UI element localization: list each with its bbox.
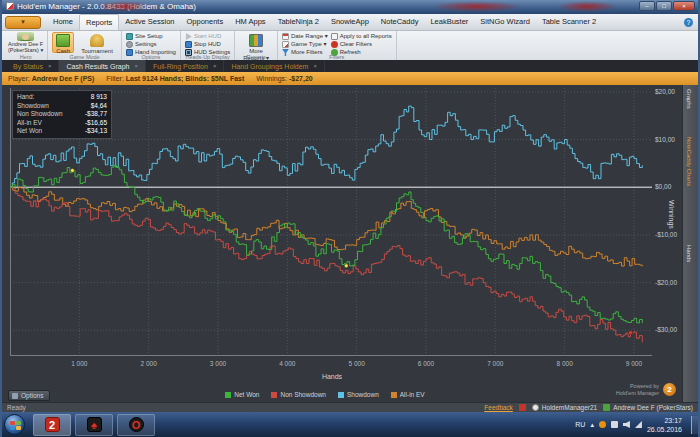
tray-app-icon[interactable]	[599, 421, 606, 428]
stat-row-hand: Hand:8 913	[17, 93, 107, 102]
date-range-button[interactable]: Date Range ▾	[282, 33, 328, 40]
close-button[interactable]: ×	[673, 1, 695, 11]
opera-icon: O	[129, 417, 144, 432]
application-window: Hold'em Manager - 2.0.0.8433 (Holdem & O…	[0, 0, 700, 437]
ribbon-tab-home[interactable]: Home	[47, 14, 79, 30]
ribbon-tab-table-scanner-2[interactable]: Table Scanner 2	[536, 14, 602, 30]
taskbar-app-hm2-icon[interactable]: 2	[33, 414, 71, 436]
y-tick-label: $20,00	[655, 88, 675, 95]
x-tick-label: 4 000	[279, 360, 295, 367]
ribbon-tab-active-session[interactable]: Active Session	[119, 14, 180, 30]
volume-icon[interactable]	[623, 421, 630, 428]
y-axis-title: Winnings	[668, 200, 675, 229]
calendar-icon	[282, 33, 289, 40]
y-tick-label: $10,00	[655, 136, 675, 143]
poker-chip-icon	[532, 404, 539, 411]
tab-close-icon[interactable]: ×	[135, 63, 139, 69]
x-tick-label: 5 000	[349, 360, 365, 367]
hero-avatar[interactable]	[17, 32, 34, 41]
legend-swatch	[225, 392, 231, 398]
stop-hud-button[interactable]: Stop HUD	[185, 41, 230, 48]
site-setup-icon	[126, 33, 133, 40]
player-value: Andrew Dee F (PS)	[32, 75, 95, 82]
ribbon-group-filters: Date Range ▾Game Type ▾More Filters Appl…	[278, 31, 397, 60]
x-tick-label: 3 000	[210, 360, 226, 367]
data-marker	[629, 331, 633, 335]
ribbon-tab-leakbuster[interactable]: LeakBuster	[424, 14, 474, 30]
tab-label: Hand Groupings Holdem	[231, 63, 308, 70]
ribbon-group-reports: More Reports ▾ Reports	[235, 31, 278, 60]
play-icon	[185, 33, 192, 40]
show-desktop-button[interactable]	[691, 416, 698, 434]
legend-item-showdown: Showdown	[338, 391, 379, 398]
chart-icon	[249, 34, 263, 47]
aero-glass-blob	[97, 1, 152, 12]
taskbar-clock[interactable]: 23:1726.05.2016	[647, 416, 682, 434]
y-tick-label: -$10,00	[655, 231, 677, 238]
more-reports-button[interactable]: More Reports ▾	[239, 32, 273, 53]
options-button[interactable]: Options	[8, 390, 50, 401]
tray-window-icon[interactable]	[611, 421, 618, 428]
report-tab-bar: By Status×Cash Results Graph×Full-Ring P…	[2, 60, 698, 72]
report-tab-hand-groupings-holdem[interactable]: Hand Groupings Holdem×	[224, 60, 325, 72]
ribbon-tab-notecaddy[interactable]: NoteCaddy	[375, 14, 425, 30]
legend-item-all-in-ev: All-in EV	[391, 391, 425, 398]
side-tab-strip: GraphsNoteCaddy ChartsHands	[682, 85, 698, 402]
tournament-button[interactable]: Tournament	[77, 32, 117, 53]
side-tab-graphs[interactable]: Graphs	[686, 89, 692, 109]
tab-close-icon[interactable]: ×	[313, 63, 317, 69]
stat-row-net-won: Net Won-$34,13	[17, 127, 107, 136]
ribbon-tab-opponents[interactable]: Opponents	[180, 14, 229, 30]
clear-filters-button[interactable]: Clear Filters	[331, 41, 392, 48]
application-menu-button[interactable]: ▼	[5, 16, 41, 29]
alert-icon[interactable]	[519, 404, 526, 411]
account-name: HoldemManager21	[532, 404, 597, 411]
aero-glass-blob	[432, 1, 522, 12]
taskbar-app-pokerstars-icon[interactable]: ♠	[75, 414, 113, 436]
winnings-label: Winnings:	[256, 75, 287, 82]
cash-icon	[56, 34, 70, 47]
ribbon-tab-reports[interactable]: Reports	[79, 14, 119, 30]
report-tab-cash-results-graph[interactable]: Cash Results Graph×	[59, 60, 146, 72]
taskbar-app-opera-icon[interactable]: O	[117, 414, 155, 436]
game-type-button[interactable]: Game Type ▾	[282, 41, 328, 48]
network-icon[interactable]	[635, 421, 642, 428]
language-indicator[interactable]: RU	[575, 421, 585, 428]
side-tab-hands[interactable]: Hands	[686, 245, 692, 262]
ribbon-tab-sitngo-wizard[interactable]: SitNGo Wizard	[474, 14, 536, 30]
options-icon	[12, 393, 18, 399]
tray-expand-icon[interactable]: ▴	[590, 421, 594, 429]
site-setup-button[interactable]: Site Setup	[126, 33, 176, 40]
aero-glass-blob	[557, 1, 617, 12]
pokerstars-icon: ♠	[87, 417, 102, 432]
help-icon[interactable]: ?	[684, 18, 693, 27]
cash-button[interactable]: Cash	[52, 32, 74, 53]
ribbon-tab-snowieapp[interactable]: SnowieApp	[325, 14, 375, 30]
tab-close-icon[interactable]: ×	[213, 63, 217, 69]
x-tick-label: 7 000	[487, 360, 503, 367]
status-text: Ready	[7, 404, 26, 411]
feedback-link[interactable]: Feedback	[484, 404, 513, 411]
winnings-value: -$27,20	[289, 75, 313, 82]
start-button[interactable]	[4, 414, 25, 435]
hm2-icon: 2	[45, 417, 60, 432]
report-tab-full-ring-position[interactable]: Full-Ring Position×	[146, 60, 224, 72]
ribbon: Andrew Dee F(PokerStars) ▾ Hero CashTour…	[2, 31, 698, 60]
gear-icon	[126, 41, 133, 48]
settings-button[interactable]: Settings	[126, 41, 176, 48]
data-marker	[344, 264, 348, 268]
hero-name[interactable]: Andrew Dee F(PokerStars) ▾	[8, 41, 43, 53]
x-axis-title: Hands	[322, 373, 342, 380]
title-bar: Hold'em Manager - 2.0.0.8433 (Holdem & O…	[2, 0, 698, 14]
ribbon-group-options: Site SetupSettingsHand Importing Options	[122, 31, 181, 60]
status-bar: Ready Feedback HoldemManager21 Andrew De…	[2, 402, 698, 412]
x-tick-label: 2 000	[141, 360, 157, 367]
report-tab-by-status[interactable]: By Status×	[6, 60, 59, 72]
side-tab-notecaddy-charts[interactable]: NoteCaddy Charts	[686, 137, 692, 186]
ribbon-tab-tableninja-2[interactable]: TableNinja 2	[272, 14, 325, 30]
tab-close-icon[interactable]: ×	[48, 63, 52, 69]
maximize-button[interactable]: □	[656, 1, 672, 11]
ribbon-tab-hm-apps[interactable]: HM Apps	[229, 14, 271, 30]
minimize-button[interactable]: –	[639, 1, 655, 11]
apply-to-all-reports-button[interactable]: Apply to all Reports	[331, 33, 392, 40]
